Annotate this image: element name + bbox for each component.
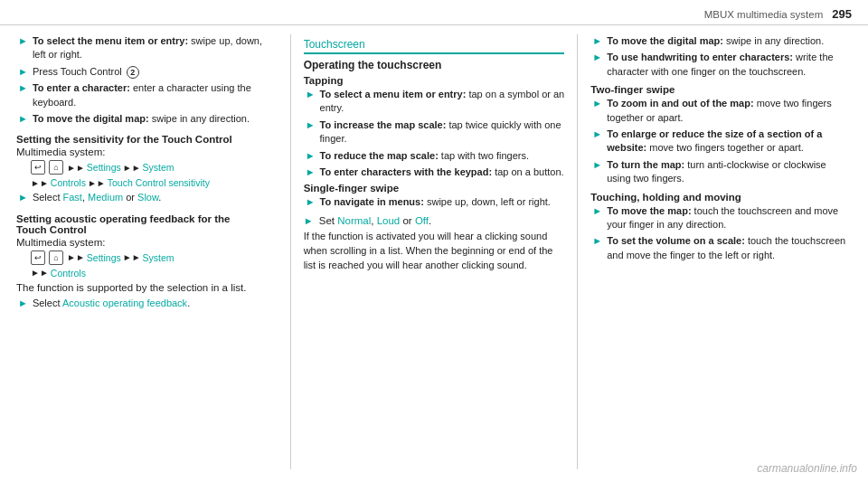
bullet-arrow-icon: ► (18, 66, 28, 77)
list-item: ► To move the digital map: swipe in any … (590, 34, 852, 48)
bullet-arrow-icon: ► (304, 215, 314, 226)
bullet-text: Select Acoustic operating feedback. (33, 297, 278, 310)
bullet-text: To reduce the map scale: tap with two fi… (320, 149, 565, 163)
list-item: ► To move the digital map: swipe in any … (16, 112, 278, 126)
bullet-arrow-icon: ► (306, 166, 316, 177)
list-item: ► To move the map: touch the touchscreen… (590, 204, 852, 232)
loud-link[interactable]: Loud (377, 215, 401, 226)
tapping-title: Tapping (304, 75, 565, 86)
bullet-arrow-icon: ► (18, 113, 28, 124)
nav-path: ↩ ⌂ ►► Settings ►► System (29, 160, 278, 175)
nav-controls-link[interactable]: Controls (51, 177, 86, 188)
nav-path-3: ↩ ⌂ ►► Settings ►► System (29, 250, 278, 265)
nav-touch-sensitivity-link[interactable]: Touch Control sensitivity (108, 177, 210, 188)
nav-settings-link[interactable]: Settings (87, 162, 121, 173)
bullet-text: To navigate in menus: swipe up, down, le… (320, 195, 565, 209)
slow-link[interactable]: Slow (137, 192, 158, 203)
list-item: ► To turn the map: turn anti-clockwise o… (590, 158, 852, 186)
bullet-arrow-icon: ► (306, 150, 316, 161)
nav-path-2: ►► Controls ►► Touch Control sensitivity (29, 177, 278, 188)
list-item: ► To navigate in menus: swipe up, down, … (304, 195, 565, 209)
touchscreen-section-header: Touchscreen (304, 38, 565, 54)
nav-arrow-icon: ►► (123, 163, 141, 173)
list-item: ► To increase the map scale: tap twice q… (304, 118, 565, 146)
bullet-arrow-icon: ► (306, 196, 316, 207)
set-description: If the function is activated you will he… (304, 230, 565, 273)
bullet-text: To zoom in and out of the map: move two … (607, 97, 852, 125)
medium-link[interactable]: Medium (88, 192, 123, 203)
bullet-arrow-icon: ► (592, 205, 602, 216)
set-block: ► Set Normal, Loud or Off. (304, 215, 565, 226)
bullet-arrow-icon: ► (306, 119, 316, 130)
bullet-arrow-icon: ► (592, 128, 602, 139)
list-item: ► To enter characters with the keypad: t… (304, 165, 565, 179)
single-finger-title: Single-finger swipe (304, 183, 565, 194)
bullet-text: To select a menu item or entry: tap on a… (320, 88, 565, 116)
bullet-text: To select the menu item or entry: swipe … (33, 34, 278, 62)
nav-settings-link-2[interactable]: Settings (87, 252, 121, 263)
nav-arrow-icon: ►► (123, 252, 141, 262)
section-subtitle-2: Multimedia system: (16, 237, 278, 248)
section-title: Setting the sensitivity for the Touch Co… (16, 134, 278, 145)
bullet-arrow-icon: ► (592, 159, 602, 170)
nav-arrow-icon: ►► (67, 163, 85, 173)
nav-home-icon: ⌂ (49, 250, 63, 265)
bullet-text: To enter a character: enter a character … (33, 81, 278, 109)
bullet-text: To move the digital map: swipe in any di… (33, 112, 278, 126)
list-item: ► To enlarge or reduce the size of a sec… (590, 128, 852, 156)
bullet-arrow-icon: ► (18, 35, 28, 46)
header-title: MBUX multimedia system (704, 9, 824, 20)
main-content: ► To select the menu item or entry: swip… (0, 25, 868, 478)
bullet-text: To increase the map scale: tap twice qui… (320, 118, 565, 146)
list-item: ► To enter a character: enter a characte… (16, 81, 278, 109)
bullet-text: To set the volume on a scale: touch the … (607, 234, 852, 262)
para-text: The function is supported by the selecti… (16, 282, 278, 293)
nav-back-icon: ↩ (31, 160, 45, 175)
list-item: ► To select the menu item or entry: swip… (16, 34, 278, 62)
acoustic-link[interactable]: Acoustic operating feedback (62, 298, 187, 308)
nav-controls-link-2[interactable]: Controls (51, 268, 86, 279)
off-link[interactable]: Off (415, 215, 429, 226)
bullet-text: To move the map: touch the touchscreen a… (607, 204, 852, 232)
bullet-arrow-icon: ► (18, 298, 28, 308)
bullet-text: To turn the map: turn anti-clockwise or … (607, 158, 852, 186)
touchscreen-label: Touchscreen (304, 38, 365, 51)
list-item: ► To select a menu item or entry: tap on… (304, 88, 565, 116)
nav-system-link-2[interactable]: System (143, 252, 175, 263)
bullet-text: To use handwriting to enter characters: … (607, 51, 852, 79)
bullet-arrow-icon: ► (592, 98, 602, 109)
normal-link[interactable]: Normal (337, 215, 371, 226)
nav-path-4: ►► Controls (29, 268, 278, 279)
list-item: ► To reduce the map scale: tap with two … (304, 149, 565, 163)
list-item: ► To use handwriting to enter characters… (590, 51, 852, 79)
touching-title: Touching, holding and moving (590, 192, 852, 203)
bullet-arrow-icon: ► (18, 192, 28, 203)
list-item: ► To zoom in and out of the map: move tw… (590, 97, 852, 125)
bullet-arrow-icon: ► (592, 35, 602, 46)
section-subtitle: Multimedia system: (16, 146, 278, 157)
fast-link[interactable]: Fast (63, 192, 82, 203)
section-title-2: Setting acoustic operating feedback for … (16, 213, 278, 235)
bullet-text: Press Touch Control 2 (33, 65, 278, 79)
list-item: ► Select Fast, Medium or Slow. (16, 191, 278, 204)
two-finger-title: Two-finger swipe (590, 84, 852, 95)
bullet-text: To enter characters with the keypad: tap… (320, 165, 565, 179)
bullet-arrow-icon: ► (18, 82, 28, 93)
nav-arrow-icon: ►► (31, 268, 49, 278)
column-divider (290, 34, 291, 469)
operating-title: Operating the touchscreen (304, 59, 565, 71)
list-item: ► Select Acoustic operating feedback. (16, 297, 278, 310)
bullet-text: To enlarge or reduce the size of a secti… (607, 128, 852, 156)
bullet-arrow-icon: ► (592, 52, 602, 62)
list-item: ► To set the volume on a scale: touch th… (590, 234, 852, 262)
badge-2: 2 (127, 66, 139, 79)
nav-system-link[interactable]: System (143, 162, 175, 173)
page-header: MBUX multimedia system 295 (0, 0, 868, 25)
bullet-text: To move the digital map: swipe in any di… (607, 34, 852, 48)
bullet-arrow-icon: ► (592, 235, 602, 246)
list-item: ► Press Touch Control 2 (16, 65, 278, 79)
bullet-text: Select Fast, Medium or Slow. (33, 191, 278, 204)
middle-column: Touchscreen Operating the touchscreen Ta… (297, 34, 572, 469)
nav-back-icon: ↩ (31, 250, 45, 265)
page-number: 295 (832, 7, 852, 21)
